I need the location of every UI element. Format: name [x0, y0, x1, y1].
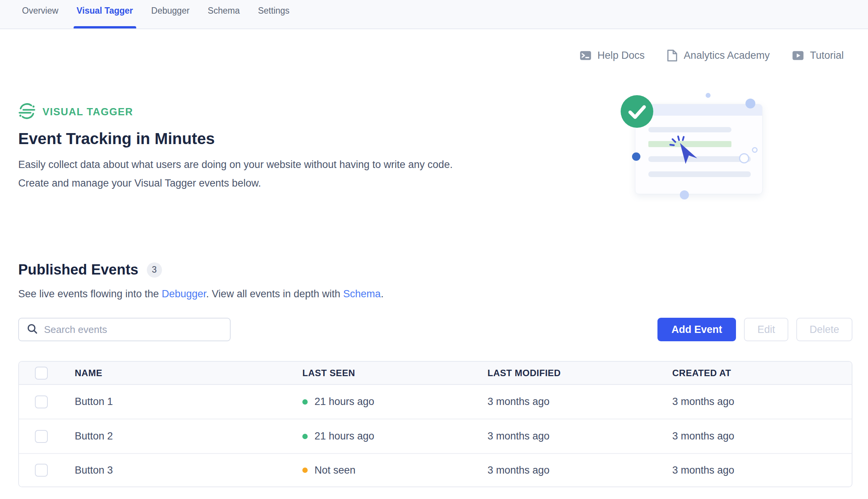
subtext-prefix: See live events flowing into the — [18, 288, 162, 300]
visual-tagger-eyebrow: VISUAL TAGGER — [18, 102, 133, 121]
column-header-last-seen: LAST SEEN — [302, 368, 487, 378]
doc-links: Help Docs Analytics Academy Tutorial — [579, 49, 844, 62]
illustration-line — [648, 171, 751, 177]
page-description: Easily collect data about what users are… — [18, 155, 453, 193]
add-event-button[interactable]: Add Event — [657, 318, 736, 341]
decorative-dot — [680, 190, 689, 199]
last-seen-text: 21 hours ago — [314, 396, 374, 408]
published-events-subtext: See live events flowing into the Debugge… — [18, 288, 384, 300]
status-dot — [302, 468, 308, 473]
published-events-title: Published Events — [18, 262, 138, 278]
last-seen-cell: 21 hours ago — [302, 430, 487, 442]
row-checkbox[interactable] — [35, 464, 48, 477]
tab-visual-tagger[interactable]: Visual Tagger — [77, 6, 133, 28]
illustration-card-header — [635, 104, 762, 116]
tab-debugger[interactable]: Debugger — [151, 6, 190, 28]
row-checkbox[interactable] — [35, 430, 48, 443]
select-all-checkbox[interactable] — [35, 367, 48, 380]
published-events-header: Published Events 3 — [18, 262, 162, 278]
last-modified-cell: 3 months ago — [487, 430, 672, 442]
column-header-last-modified: LAST MODIFIED — [487, 368, 672, 378]
last-seen-text: 21 hours ago — [314, 430, 374, 442]
column-header-created-at: CREATED AT — [672, 368, 852, 378]
hero-illustration — [618, 90, 778, 204]
search-icon — [27, 323, 38, 336]
analytics-academy-link[interactable]: Analytics Academy — [667, 49, 770, 62]
table-row[interactable]: Button 2 21 hours ago 3 months ago 3 mon… — [19, 419, 852, 454]
created-at-cell: 3 months ago — [672, 396, 852, 408]
page-title: Event Tracking in Minutes — [18, 130, 215, 148]
subtext-suffix: . — [381, 288, 384, 300]
table-row[interactable]: Button 1 21 hours ago 3 months ago 3 mon… — [19, 385, 852, 419]
last-seen-text: Not seen — [314, 464, 355, 476]
debugger-link[interactable]: Debugger — [162, 288, 206, 300]
schema-link[interactable]: Schema — [343, 288, 381, 300]
table-header-row: NAME LAST SEEN LAST MODIFIED CREATED AT — [19, 362, 852, 385]
tab-overview[interactable]: Overview — [22, 6, 58, 28]
search-events-input[interactable] — [44, 324, 222, 336]
decorative-dot — [632, 152, 640, 161]
video-icon — [792, 49, 804, 62]
analytics-academy-label: Analytics Academy — [684, 50, 770, 61]
last-modified-cell: 3 months ago — [487, 464, 672, 476]
created-at-cell: 3 months ago — [672, 464, 852, 476]
illustration-line — [648, 127, 731, 132]
help-docs-link[interactable]: Help Docs — [579, 49, 645, 62]
tutorial-link[interactable]: Tutorial — [792, 49, 844, 62]
help-docs-label: Help Docs — [598, 50, 645, 61]
last-seen-cell: 21 hours ago — [302, 396, 487, 408]
segment-logo-icon — [18, 102, 36, 121]
last-modified-cell: 3 months ago — [487, 396, 672, 408]
description-line-2: Create and manage your Visual Tagger eve… — [18, 174, 453, 193]
tab-settings[interactable]: Settings — [258, 6, 289, 28]
delete-button[interactable]: Delete — [796, 318, 852, 341]
column-header-name: NAME — [75, 368, 302, 378]
status-dot — [302, 434, 308, 439]
decorative-dot — [706, 93, 711, 98]
edit-button[interactable]: Edit — [744, 318, 788, 341]
illustration-line — [648, 156, 751, 162]
row-checkbox[interactable] — [35, 395, 48, 408]
event-name: Button 1 — [75, 396, 302, 408]
tab-schema[interactable]: Schema — [208, 6, 240, 28]
event-name: Button 2 — [75, 430, 302, 442]
decorative-ring — [739, 153, 749, 163]
events-count-badge: 3 — [147, 262, 162, 278]
visual-tagger-page: Overview Visual Tagger Debugger Schema S… — [0, 0, 868, 499]
cursor-click-icon — [667, 135, 700, 169]
description-line-1: Easily collect data about what users are… — [18, 155, 453, 174]
event-name: Button 3 — [75, 464, 302, 476]
table-row[interactable]: Button 3 Not seen 3 months ago 3 months … — [19, 454, 852, 486]
terminal-icon — [579, 49, 592, 62]
created-at-cell: 3 months ago — [672, 430, 852, 442]
tutorial-label: Tutorial — [810, 50, 844, 61]
check-circle-icon — [620, 95, 654, 130]
document-icon — [667, 49, 678, 62]
subtext-middle: . View all events in depth with — [206, 288, 343, 300]
last-seen-cell: Not seen — [302, 464, 487, 476]
status-dot — [302, 399, 308, 405]
events-table: NAME LAST SEEN LAST MODIFIED CREATED AT … — [18, 361, 852, 487]
event-actions: Add Event Edit Delete — [657, 318, 852, 341]
decorative-ring — [752, 147, 758, 153]
decorative-dot — [745, 99, 755, 108]
search-events-box — [18, 318, 231, 341]
visual-tagger-label: VISUAL TAGGER — [42, 106, 133, 118]
top-nav: Overview Visual Tagger Debugger Schema S… — [0, 0, 868, 29]
